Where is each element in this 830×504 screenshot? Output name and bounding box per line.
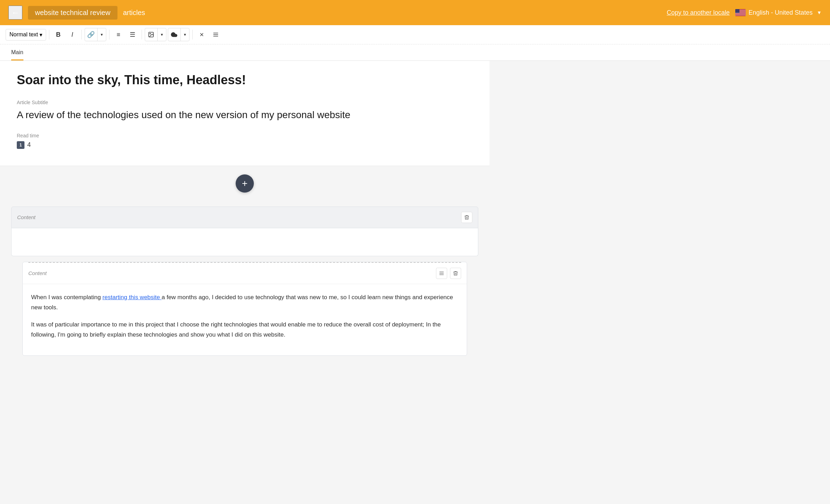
content-block-2: Content When I was cont bbox=[22, 262, 467, 356]
content-block-2-body: When I was contemplating restarting this… bbox=[23, 284, 467, 355]
toolbar-divider-4 bbox=[142, 30, 142, 39]
read-time-label: Read time bbox=[17, 133, 473, 138]
page-content: Soar into the sky, This time, Headless! … bbox=[0, 61, 489, 378]
bold-button[interactable]: B bbox=[52, 28, 65, 41]
ordered-list-button[interactable]: ≡ bbox=[112, 28, 125, 41]
cloud-button-group: ▾ bbox=[168, 28, 189, 41]
content-block-1-delete-button[interactable] bbox=[461, 212, 472, 223]
chevron-down-icon: ▼ bbox=[817, 10, 822, 15]
link-button-group: 🔗 ▾ bbox=[85, 28, 106, 41]
content-block-2-actions bbox=[436, 268, 461, 279]
breadcrumb-articles: articles bbox=[123, 9, 145, 17]
content-block-2-header: Content bbox=[23, 263, 467, 284]
text-style-label: Normal text bbox=[9, 31, 38, 38]
link-button[interactable]: 🔗 bbox=[85, 28, 98, 41]
italic-button[interactable]: I bbox=[66, 28, 79, 41]
unordered-list-button[interactable]: ☰ bbox=[126, 28, 139, 41]
content-block-2-reorder-button[interactable] bbox=[436, 268, 447, 279]
content-block-2-label: Content bbox=[28, 270, 47, 276]
flag-icon bbox=[735, 9, 746, 16]
cloud-dropdown-arrow[interactable]: ▾ bbox=[181, 28, 189, 41]
tab-bar: Main bbox=[0, 44, 830, 61]
read-time-badge: 1 bbox=[17, 141, 24, 149]
read-time-section: Read time 1 4 bbox=[17, 133, 473, 149]
read-time-number[interactable]: 4 bbox=[27, 141, 31, 149]
image-dropdown-arrow[interactable]: ▾ bbox=[158, 28, 166, 41]
text-style-dropdown[interactable]: Normal text ▾ bbox=[6, 29, 46, 41]
link-dropdown-arrow[interactable]: ▾ bbox=[98, 28, 106, 41]
content-paragraph-2: It was of particular importance to me in… bbox=[31, 320, 458, 340]
content-block-1-wrapper: Content bbox=[0, 201, 489, 262]
subtitle-field-label: Article Subtitle bbox=[17, 100, 473, 105]
dropdown-chevron-icon: ▾ bbox=[40, 31, 42, 38]
toolbar-divider-2 bbox=[81, 30, 82, 39]
content-block-1-body[interactable] bbox=[11, 228, 478, 256]
paragraph-1-start: When I was contemplating bbox=[31, 294, 102, 301]
locale-selector[interactable]: English - United States ▼ bbox=[735, 9, 822, 16]
clear-format-button[interactable] bbox=[195, 28, 208, 41]
svg-point-1 bbox=[150, 33, 151, 34]
project-title: website technical review bbox=[28, 6, 117, 20]
restarting-website-link[interactable]: restarting this website bbox=[102, 294, 162, 301]
back-button[interactable]: ← bbox=[8, 6, 22, 20]
add-block-button[interactable]: + bbox=[236, 174, 254, 193]
toolbar-divider-5 bbox=[192, 30, 193, 39]
image-button-group: ▾ bbox=[145, 28, 166, 41]
content-block-2-delete-button[interactable] bbox=[450, 268, 461, 279]
app-header: ← website technical review articles Copy… bbox=[0, 0, 830, 25]
rich-text-toolbar: Normal text ▾ B I 🔗 ▾ ≡ ☰ ▾ ▾ bbox=[0, 25, 830, 44]
tab-main[interactable]: Main bbox=[11, 44, 23, 60]
add-block-container: + bbox=[0, 166, 489, 201]
cloud-button[interactable] bbox=[168, 28, 181, 41]
copy-to-locale-button[interactable]: Copy to another locale bbox=[667, 9, 730, 16]
image-button[interactable] bbox=[145, 28, 158, 41]
read-time-value: 1 4 bbox=[17, 141, 473, 149]
article-subtitle[interactable]: A review of the technologies used on the… bbox=[17, 108, 473, 122]
toolbar-divider-3 bbox=[109, 30, 109, 39]
content-paragraph-1: When I was contemplating restarting this… bbox=[31, 293, 458, 313]
locale-label: English - United States bbox=[749, 9, 813, 16]
content-block-1-label: Content bbox=[17, 214, 36, 220]
content-block-2-wrapper: Content When I was cont bbox=[0, 262, 489, 378]
article-title[interactable]: Soar into the sky, This time, Headless! bbox=[17, 72, 473, 88]
align-button[interactable] bbox=[209, 28, 222, 41]
article-main-section: Soar into the sky, This time, Headless! … bbox=[0, 61, 489, 166]
toolbar-divider-1 bbox=[49, 30, 49, 39]
content-block-1-header: Content bbox=[11, 207, 478, 228]
